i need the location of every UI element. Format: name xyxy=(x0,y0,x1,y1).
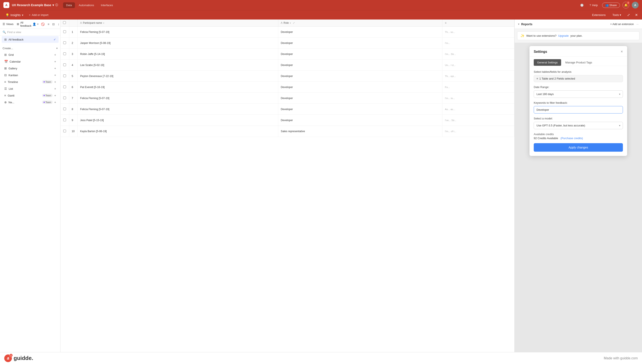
sidebar-item-all-feedback[interactable]: ⊞ All feedback ✓ xyxy=(2,36,59,43)
filter-strikethrough-icon[interactable]: 🚫 xyxy=(40,22,45,26)
row-notes[interactable]: I'm... xyxy=(442,38,514,48)
more-options-icon[interactable]: ··· xyxy=(636,22,638,26)
table-row[interactable]: 8 Felicia Fleming [5-07-19] Developer As… xyxy=(61,104,514,115)
row-notes[interactable]: I'm... Str... xyxy=(442,48,514,60)
row-role[interactable]: Developer xyxy=(278,93,442,104)
participant-sort-icon[interactable]: ▾ xyxy=(103,22,104,24)
row-participant-name[interactable]: Jess Patel [5-15-19] xyxy=(78,115,278,126)
row-participant-name[interactable]: Kayla Barton [5-06-19] xyxy=(78,126,278,137)
extensions-button[interactable]: Extensions xyxy=(590,12,607,18)
row-role[interactable]: Developer xyxy=(278,115,442,126)
row-notes[interactable]: I've... Str... xyxy=(442,115,514,126)
row-role[interactable]: Developer xyxy=(278,104,442,115)
table-row[interactable]: 4 Lee Szabo [5-02-19] Developer Un... I … xyxy=(61,60,514,71)
row-role[interactable]: Developer xyxy=(278,60,442,71)
row-notes[interactable]: As... as... xyxy=(442,104,514,115)
table-row[interactable]: 6 Pat Everett [5-16-19] Developer Fo... xyxy=(61,82,514,93)
create-item-calendar[interactable]: 📅 Calendar + xyxy=(3,58,58,65)
row-checkbox[interactable] xyxy=(63,96,66,99)
row-checkbox[interactable] xyxy=(63,30,66,33)
table-row[interactable]: 5 Peyton Devereaux [7-22-19] Developer T… xyxy=(61,71,514,82)
table-row[interactable]: 1 Felicia Fleming [5-07-19] Developer Th… xyxy=(61,26,514,38)
add-import-button[interactable]: + Add or import xyxy=(29,13,48,16)
purchase-credits-link[interactable]: (Purchase credits) xyxy=(560,136,583,140)
insights-caret-icon[interactable]: ▾ xyxy=(22,13,23,17)
upgrade-link[interactable]: Upgrade xyxy=(558,34,569,37)
row-checkbox[interactable] xyxy=(63,108,66,110)
insights-button[interactable]: 💡 Insights ▾ xyxy=(4,12,26,18)
row-notes[interactable]: Th... so... xyxy=(442,26,514,38)
create-item-grid[interactable]: ⊞ Grid + xyxy=(3,52,58,58)
column-header-participant[interactable]: A Participant name ▾ xyxy=(78,20,278,26)
row-role[interactable]: Developer xyxy=(278,38,442,48)
list-add-icon[interactable]: + xyxy=(54,87,56,90)
role-sort-icon[interactable]: ▾ xyxy=(290,22,291,24)
row-participant-name[interactable]: Felicia Fleming [5-07-19] xyxy=(78,93,278,104)
table-row[interactable]: 9 Jess Patel [5-15-19] Developer I've...… xyxy=(61,115,514,126)
select-all-checkbox[interactable] xyxy=(63,21,66,24)
row-role[interactable]: Developer xyxy=(278,48,442,60)
row-notes[interactable]: Th... opi... xyxy=(442,71,514,82)
row-checkbox[interactable] xyxy=(63,64,66,66)
app-title-caret[interactable]: ▾ xyxy=(53,4,54,7)
timeline-add-icon[interactable]: + xyxy=(54,80,56,84)
row-checkbox[interactable] xyxy=(63,41,66,44)
row-checkbox[interactable] xyxy=(63,130,66,132)
row-role[interactable]: Developer xyxy=(278,26,442,38)
model-select[interactable]: Use GPT-3.5 (Faster, but less accurate) … xyxy=(534,122,623,129)
tools-button[interactable]: Tools ▾ xyxy=(611,12,623,18)
create-item-timeline[interactable]: ≡ Timeline Team + xyxy=(3,79,58,85)
gantt-add-icon[interactable]: + xyxy=(54,94,56,97)
row-checkbox[interactable] xyxy=(63,118,66,121)
modal-close-button[interactable]: × xyxy=(620,50,623,54)
row-participant-name[interactable]: Felicia Fleming [5-07-19] xyxy=(78,104,278,115)
row-participant-name[interactable]: Robin Jaffe [5-14-19] xyxy=(78,48,278,60)
column-header-notes[interactable]: ≡ xyxy=(442,20,514,26)
table-row[interactable]: 10 Kayla Barton [5-06-19] Sales represen… xyxy=(61,126,514,137)
table-row[interactable]: 2 Jasper Morrison [5-08-19] Developer I'… xyxy=(61,38,514,48)
apply-changes-button[interactable]: Apply changes xyxy=(534,143,623,152)
create-item-list[interactable]: ☰ List + xyxy=(3,86,58,92)
row-participant-name[interactable]: Pat Everett [5-16-19] xyxy=(78,82,278,93)
nav-tab-data[interactable]: Data xyxy=(63,2,75,8)
reports-chevron-icon[interactable]: ▾ xyxy=(518,22,519,26)
new-add-icon[interactable]: + xyxy=(54,100,56,104)
group-icon[interactable]: ⊟ xyxy=(52,22,55,26)
grid-add-icon[interactable]: + xyxy=(54,53,56,56)
row-notes[interactable]: I'm... to... xyxy=(442,93,514,104)
history-button[interactable]: 🕐 xyxy=(578,3,585,8)
sort-icon[interactable]: ↕ xyxy=(57,22,60,26)
row-role[interactable]: Developer xyxy=(278,82,442,93)
table-selector[interactable]: ≡ 1 Table and 2 Fields selected xyxy=(534,75,623,82)
modal-tab-general[interactable]: General Settings xyxy=(534,59,561,66)
calendar-add-icon[interactable]: + xyxy=(54,60,56,63)
close-panel-button[interactable]: ✕ xyxy=(634,12,638,18)
views-button[interactable]: ☰ Views xyxy=(3,22,13,26)
nav-tab-interfaces[interactable]: Interfaces xyxy=(98,2,116,8)
row-participant-name[interactable]: Felicia Fleming [5-07-19] xyxy=(78,26,278,38)
keywords-input[interactable] xyxy=(534,106,623,114)
row-notes[interactable]: Un... I d... xyxy=(442,60,514,71)
row-participant-name[interactable]: Peyton Devereaux [7-22-19] xyxy=(78,71,278,82)
share-button[interactable]: 👥 Share xyxy=(602,2,620,8)
expand-button[interactable]: ⤢ xyxy=(626,12,631,18)
row-checkbox[interactable] xyxy=(63,86,66,88)
create-item-gantt[interactable]: ≡ Gantt Team + xyxy=(3,92,58,99)
row-notes[interactable]: I'm... of t... xyxy=(442,126,514,137)
column-header-role[interactable]: A Role ▾ ⤢ xyxy=(278,20,442,26)
caret-icon[interactable]: ▾ xyxy=(37,22,39,26)
row-role[interactable]: Sales representative xyxy=(278,126,442,137)
row-checkbox[interactable] xyxy=(63,74,66,77)
nav-tab-automations[interactable]: Automations xyxy=(76,2,97,8)
add-extension-button[interactable]: + Add an extension xyxy=(610,22,634,26)
filter-icon[interactable]: ≡ xyxy=(47,22,50,26)
row-checkbox[interactable] xyxy=(63,52,66,55)
create-item-kanban[interactable]: ⊟ Kanban + xyxy=(3,72,58,78)
create-caret-icon[interactable]: ▾ xyxy=(56,47,58,50)
app-title[interactable]: UX Research Example Base ▾ ⓘ xyxy=(12,3,58,7)
create-item-gallery[interactable]: ⊠ Gallery + xyxy=(3,65,58,72)
create-item-new[interactable]: ⊕ Ne... Team + xyxy=(3,99,58,106)
role-expand-icon[interactable]: ⤢ xyxy=(293,22,295,24)
gallery-add-icon[interactable]: + xyxy=(54,66,56,70)
table-row[interactable]: 7 Felicia Fleming [5-07-19] Developer I'… xyxy=(61,93,514,104)
